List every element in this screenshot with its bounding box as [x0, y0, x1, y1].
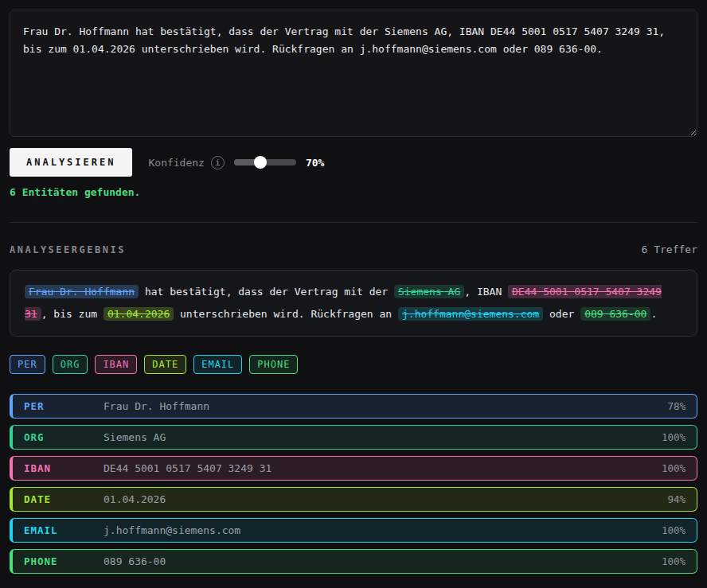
- entity-type: IBAN: [24, 462, 104, 474]
- section-divider: [10, 222, 697, 223]
- analyze-button[interactable]: ANALYSIEREN: [10, 148, 132, 177]
- controls-row: ANALYSIEREN Konfidenz i 70%: [10, 148, 697, 177]
- status-text: 6 Entitäten gefunden.: [10, 186, 697, 198]
- entity-type: PHONE: [24, 555, 104, 567]
- entity-confidence: 78%: [667, 400, 686, 412]
- confidence-value: 70%: [306, 157, 324, 169]
- highlight-phone: 089 636-00: [580, 307, 650, 321]
- results-header: ANALYSEERGEBNIS 6 Treffer: [10, 243, 697, 255]
- text-segment: oder: [543, 308, 580, 320]
- entity-row-per[interactable]: PER Frau Dr. Hoffmann 78%: [10, 394, 697, 419]
- results-count: 6 Treffer: [642, 243, 697, 255]
- highlight-email: j.hoffmann@siemens.com: [398, 307, 543, 321]
- annotated-text: Frau Dr. Hoffmann hat bestätigt, dass de…: [10, 270, 697, 337]
- results-title: ANALYSEERGEBNIS: [10, 244, 126, 255]
- entity-value: Frau Dr. Hoffmann: [104, 400, 667, 412]
- filter-chip-email[interactable]: EMAIL: [193, 355, 242, 374]
- entity-value: Siemens AG: [104, 431, 662, 443]
- entity-row-org[interactable]: ORG Siemens AG 100%: [10, 425, 697, 450]
- entity-value: 089 636-00: [104, 555, 662, 567]
- entity-type: PER: [24, 400, 104, 412]
- confidence-slider-thumb[interactable]: [254, 156, 267, 169]
- entity-type: DATE: [24, 493, 104, 505]
- filter-chip-phone[interactable]: PHONE: [249, 355, 298, 374]
- entity-confidence: 100%: [662, 524, 686, 536]
- text-segment: , IBAN: [464, 286, 508, 298]
- entity-confidence: 100%: [662, 462, 686, 474]
- filter-chip-date[interactable]: DATE: [144, 355, 186, 374]
- entity-row-email[interactable]: EMAIL j.hoffmann@siemens.com 100%: [10, 518, 697, 543]
- text-segment: hat bestätigt, dass der Vertrag mit der: [139, 286, 394, 298]
- confidence-slider[interactable]: [234, 156, 296, 169]
- entity-type: EMAIL: [24, 524, 104, 536]
- entity-confidence: 94%: [667, 493, 686, 505]
- entity-list: PER Frau Dr. Hoffmann 78% ORG Siemens AG…: [10, 394, 697, 574]
- highlight-org: Siemens AG: [394, 285, 464, 298]
- entity-row-iban[interactable]: IBAN DE44 5001 0517 5407 3249 31 100%: [10, 456, 697, 481]
- entity-value: 01.04.2026: [104, 493, 667, 505]
- info-icon[interactable]: i: [211, 156, 225, 169]
- filter-chip-per[interactable]: PER: [10, 355, 45, 374]
- entity-row-date[interactable]: DATE 01.04.2026 94%: [10, 487, 697, 512]
- entity-row-phone[interactable]: PHONE 089 636-00 100%: [10, 549, 697, 574]
- entity-value: j.hoffmann@siemens.com: [104, 524, 662, 536]
- filter-chip-iban[interactable]: IBAN: [95, 355, 137, 374]
- confidence-label: Konfidenz: [148, 157, 204, 169]
- filter-chips: PER ORG IBAN DATE EMAIL PHONE: [10, 355, 697, 374]
- entity-type: ORG: [24, 431, 104, 443]
- filter-chip-org[interactable]: ORG: [53, 355, 88, 374]
- text-segment: unterschrieben wird. Rückfragen an: [174, 308, 398, 320]
- highlight-date: 01.04.2026: [104, 307, 174, 321]
- entity-confidence: 100%: [662, 555, 686, 567]
- entity-value: DE44 5001 0517 5407 3249 31: [104, 462, 662, 474]
- text-segment: , bis zum: [41, 308, 104, 320]
- highlight-per: Frau Dr. Hoffmann: [25, 285, 139, 298]
- text-input[interactable]: Frau Dr. Hoffmann hat bestätigt, dass de…: [10, 10, 697, 137]
- entity-confidence: 100%: [662, 431, 686, 443]
- text-segment: .: [650, 308, 657, 320]
